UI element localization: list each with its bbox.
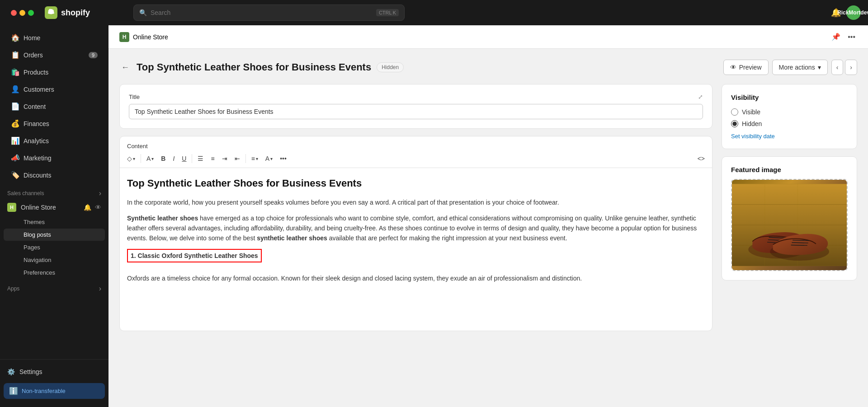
home-icon: 🏠 bbox=[11, 33, 19, 42]
sidebar-item-label: Finances bbox=[24, 120, 49, 127]
editor-para1: In the corporate world, how you present … bbox=[127, 197, 705, 207]
sidebar-item-analytics[interactable]: 📊 Analytics bbox=[4, 132, 105, 149]
title-input[interactable] bbox=[129, 104, 703, 119]
sidebar-item-label: Orders bbox=[24, 51, 43, 59]
sidebar-item-marketing[interactable]: 📣 Marketing bbox=[4, 150, 105, 166]
search-input[interactable] bbox=[151, 9, 373, 16]
format-dropdown[interactable]: ◇ ▾ bbox=[124, 153, 138, 164]
sales-channels-expand[interactable]: › bbox=[99, 189, 101, 197]
svg-line-12 bbox=[793, 240, 809, 241]
nontransferable-item[interactable]: ℹ️ Non-transferable bbox=[4, 383, 105, 399]
editor-body[interactable]: Top Synthetic Leather Shoes for Business… bbox=[120, 168, 712, 331]
sidebar-item-customers[interactable]: 👤 Customers bbox=[4, 81, 105, 98]
sidebar-item-online-store[interactable]: H Online Store 🔔 👁 bbox=[0, 199, 108, 215]
content-field-label: Content bbox=[120, 136, 712, 150]
title-card: Title ⤢ bbox=[119, 84, 712, 129]
sidebar-subitem-themes[interactable]: Themes bbox=[4, 216, 105, 228]
visible-radio[interactable] bbox=[731, 108, 738, 116]
sidebar-item-label: Customers bbox=[24, 86, 54, 93]
avatar[interactable]: RickMortdev bbox=[846, 5, 861, 20]
more-actions-button[interactable]: More actions ▾ bbox=[772, 60, 828, 75]
preview-button[interactable]: 👁 Preview bbox=[723, 60, 769, 75]
two-col-layout: Title ⤢ Content ◇ ▾ bbox=[119, 84, 857, 331]
sidebar-subitem-blog-posts[interactable]: Blog posts bbox=[4, 229, 105, 241]
content-card: Content ◇ ▾ A ▾ B I U ☰ ≡ bbox=[119, 136, 712, 331]
back-button[interactable]: ← bbox=[119, 61, 131, 74]
oxford-subheading: 1. Classic Oxford Synthetic Leather Shoe… bbox=[127, 249, 262, 262]
next-button[interactable]: › bbox=[845, 60, 857, 75]
bell-icon[interactable]: 🔔 bbox=[84, 204, 91, 211]
info-icon: ℹ️ bbox=[9, 387, 18, 395]
sidebar-item-finances[interactable]: 💰 Finances bbox=[4, 115, 105, 132]
breadcrumb-pin-button[interactable]: 📌 bbox=[830, 31, 842, 43]
visible-label: Visible bbox=[742, 108, 760, 116]
sidebar-item-discounts[interactable]: 🏷️ Discounts bbox=[4, 167, 105, 183]
sidebar-item-content[interactable]: 📄 Content bbox=[4, 98, 105, 115]
svg-line-13 bbox=[792, 243, 808, 243]
online-store-icon: H bbox=[7, 203, 16, 212]
sidebar: 🏠 Home 📋 Orders 9 🛍️ Products 👤 Customer… bbox=[0, 25, 108, 407]
featured-image-card: Featured image bbox=[722, 156, 857, 281]
sidebar-subitem-navigation[interactable]: Navigation bbox=[4, 254, 105, 266]
main-col: Title ⤢ Content ◇ ▾ bbox=[119, 84, 712, 331]
set-visibility-link[interactable]: Set visibility date bbox=[731, 133, 848, 140]
chevron-down-icon: ▾ bbox=[818, 64, 821, 71]
unordered-list-button[interactable]: ☰ bbox=[195, 153, 206, 164]
visible-radio-item[interactable]: Visible bbox=[731, 108, 848, 116]
code-view-button[interactable]: <> bbox=[695, 153, 708, 164]
font-color-dropdown[interactable]: A ▾ bbox=[263, 153, 275, 164]
sidebar-bottom: ⚙️ Settings ℹ️ Non-transferable bbox=[0, 359, 108, 407]
visibility-card: Visibility Visible Hidden Set visibi bbox=[722, 84, 857, 149]
eye-icon[interactable]: 👁 bbox=[95, 204, 101, 211]
breadcrumb-more-button[interactable]: ••• bbox=[846, 31, 857, 43]
search-bar[interactable]: 🔍 CTRL K bbox=[133, 5, 405, 21]
font-dropdown[interactable]: A ▾ bbox=[144, 153, 156, 164]
preview-icon: 👁 bbox=[730, 64, 736, 71]
toolbar-sep-1 bbox=[141, 154, 141, 163]
underline-button[interactable]: U bbox=[179, 153, 189, 164]
italic-button[interactable]: I bbox=[170, 153, 177, 164]
editor-h1: Top Synthetic Leather Shoes for Business… bbox=[127, 175, 705, 191]
online-store-breadcrumb-icon: H bbox=[119, 32, 129, 42]
align-dropdown[interactable]: ≡ ▾ bbox=[249, 153, 261, 164]
ordered-list-button[interactable]: ≡ bbox=[208, 153, 217, 164]
search-shortcut: CTRL K bbox=[376, 9, 399, 16]
sidebar-item-settings[interactable]: ⚙️ Settings bbox=[0, 364, 108, 379]
hidden-radio-item[interactable]: Hidden bbox=[731, 120, 848, 127]
sidebar-item-label: Products bbox=[24, 69, 48, 76]
title-expand-icon[interactable]: ⤢ bbox=[698, 94, 703, 100]
apps-expand[interactable]: › bbox=[99, 285, 101, 293]
main-layout: 🏠 Home 📋 Orders 9 🛍️ Products 👤 Customer… bbox=[0, 25, 868, 407]
topbar: shopify 🔍 CTRL K 🔔 RickMortdev bbox=[0, 0, 868, 25]
nav-arrows: ‹ › bbox=[831, 60, 857, 75]
sidebar-subitem-preferences[interactable]: Preferences bbox=[4, 267, 105, 279]
orders-badge: 9 bbox=[89, 52, 98, 58]
window-controls bbox=[7, 10, 38, 16]
prev-button[interactable]: ‹ bbox=[831, 60, 844, 75]
editor-toolbar: ◇ ▾ A ▾ B I U ☰ ≡ ⇥ ⇤ ≡ ▾ bbox=[120, 150, 712, 168]
sidebar-item-products[interactable]: 🛍️ Products bbox=[4, 64, 105, 80]
sidebar-item-label: Analytics bbox=[24, 137, 49, 145]
shopify-logo-icon bbox=[45, 6, 57, 19]
logo-text: shopify bbox=[61, 8, 90, 18]
svg-line-14 bbox=[791, 245, 807, 245]
image-placeholder[interactable] bbox=[731, 179, 848, 271]
products-icon: 🛍️ bbox=[11, 68, 19, 76]
maximize-button[interactable] bbox=[28, 10, 34, 16]
logo: shopify bbox=[45, 6, 126, 19]
sidebar-subitem-pages[interactable]: Pages bbox=[4, 241, 105, 253]
sidebar-item-home[interactable]: 🏠 Home bbox=[4, 29, 105, 46]
more-formats-button[interactable]: ••• bbox=[277, 153, 289, 164]
hidden-radio[interactable] bbox=[731, 120, 738, 127]
minimize-button[interactable] bbox=[19, 10, 25, 16]
oxford-heading-container: 1. Classic Oxford Synthetic Leather Shoe… bbox=[127, 249, 705, 268]
close-button[interactable] bbox=[11, 10, 17, 16]
outdent-button[interactable]: ⇤ bbox=[232, 153, 243, 164]
indent-button[interactable]: ⇥ bbox=[219, 153, 230, 164]
sales-channels-section: Sales channels › bbox=[0, 184, 108, 199]
apps-section: Apps › bbox=[0, 279, 108, 295]
bold-button[interactable]: B bbox=[158, 153, 168, 164]
sidebar-item-orders[interactable]: 📋 Orders 9 bbox=[4, 47, 105, 63]
nontransferable-label: Non-transferable bbox=[22, 388, 66, 394]
editor-para2: Synthetic leather shoes have emerged as … bbox=[127, 213, 705, 243]
